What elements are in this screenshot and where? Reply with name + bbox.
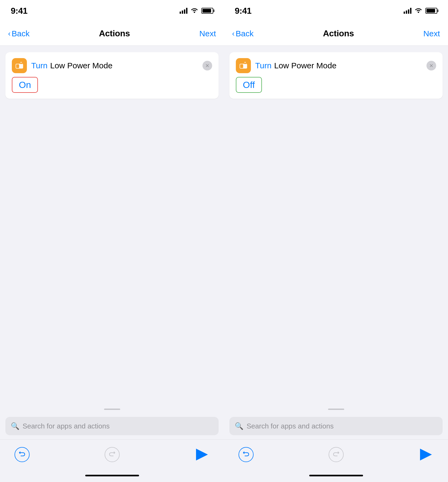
right-mode-label: Low Power Mode bbox=[274, 61, 337, 70]
right-phone-screen: 9:41 ‹ Back Actions Next bbox=[224, 0, 448, 482]
right-play-button[interactable] bbox=[417, 446, 435, 463]
right-battery-icon bbox=[425, 8, 437, 14]
left-search-icon: 🔍 bbox=[11, 422, 19, 430]
right-search-bar[interactable]: 🔍 Search for apps and actions bbox=[229, 417, 443, 435]
right-toolbar bbox=[224, 440, 448, 469]
left-redo-button[interactable] bbox=[104, 446, 121, 463]
right-home-bar bbox=[309, 475, 363, 476]
left-signal-icon bbox=[180, 8, 187, 14]
left-search-placeholder: Search for apps and actions bbox=[23, 422, 110, 430]
left-bottom-handle bbox=[104, 409, 120, 410]
left-redo-icon bbox=[105, 447, 120, 462]
left-back-button[interactable]: ‹ Back bbox=[8, 29, 30, 38]
left-mode-label: Low Power Mode bbox=[50, 61, 113, 70]
right-wifi-icon bbox=[415, 7, 422, 15]
left-undo-icon bbox=[15, 447, 30, 462]
left-search-area: 🔍 Search for apps and actions bbox=[0, 413, 224, 440]
svg-rect-1 bbox=[16, 64, 19, 68]
right-undo-button[interactable] bbox=[237, 446, 255, 463]
right-action-icon bbox=[236, 58, 251, 73]
right-redo-button[interactable] bbox=[328, 446, 345, 463]
svg-rect-6 bbox=[240, 64, 243, 68]
right-nav-title: Actions bbox=[323, 29, 354, 38]
left-search-bar[interactable]: 🔍 Search for apps and actions bbox=[5, 417, 219, 435]
left-nav-bar: ‹ Back Actions Next bbox=[0, 22, 224, 46]
left-back-label: Back bbox=[12, 29, 30, 38]
left-battery-icon bbox=[201, 8, 213, 14]
right-bottom-handle-area bbox=[224, 399, 448, 413]
left-play-icon bbox=[196, 449, 208, 460]
left-action-card-header: Turn Low Power Mode bbox=[12, 58, 212, 73]
right-signal-icon bbox=[404, 8, 411, 14]
right-redo-icon bbox=[329, 447, 344, 462]
right-search-icon: 🔍 bbox=[235, 422, 243, 430]
left-status-bar: 9:41 bbox=[0, 0, 224, 22]
left-status-time: 9:41 bbox=[11, 6, 27, 16]
right-back-button[interactable]: ‹ Back bbox=[232, 29, 254, 38]
left-dismiss-button[interactable] bbox=[202, 61, 212, 70]
left-toggle-on[interactable]: On bbox=[12, 77, 38, 93]
left-wifi-icon bbox=[191, 7, 198, 15]
right-status-icons bbox=[404, 7, 437, 15]
left-turn-label: Turn bbox=[31, 61, 48, 70]
right-next-button[interactable]: Next bbox=[423, 29, 440, 38]
right-action-card: Turn Low Power Mode Off bbox=[229, 52, 443, 99]
left-phone-screen: 9:41 ‹ Back Actions Next bbox=[0, 0, 224, 482]
left-action-card: Turn Low Power Mode On bbox=[5, 52, 219, 99]
left-content-area: Turn Low Power Mode On bbox=[0, 46, 224, 399]
right-home-indicator bbox=[224, 469, 448, 482]
left-nav-title: Actions bbox=[99, 29, 130, 38]
right-action-card-header: Turn Low Power Mode bbox=[236, 58, 436, 73]
right-back-label: Back bbox=[236, 29, 254, 38]
svg-rect-2 bbox=[20, 64, 23, 68]
right-toggle-off[interactable]: Off bbox=[236, 77, 262, 93]
left-action-icon bbox=[12, 58, 27, 73]
right-undo-icon bbox=[239, 447, 254, 462]
left-action-title: Turn Low Power Mode bbox=[31, 61, 198, 70]
svg-rect-4 bbox=[20, 63, 22, 64]
right-back-chevron-icon: ‹ bbox=[232, 29, 234, 38]
right-content-area: Turn Low Power Mode Off bbox=[224, 46, 448, 399]
right-action-title: Turn Low Power Mode bbox=[255, 61, 422, 70]
left-back-chevron-icon: ‹ bbox=[8, 29, 10, 38]
right-search-area: 🔍 Search for apps and actions bbox=[224, 413, 448, 440]
right-search-placeholder: Search for apps and actions bbox=[247, 422, 334, 430]
left-next-button[interactable]: Next bbox=[199, 29, 216, 38]
left-status-icons bbox=[180, 7, 213, 15]
left-bottom-handle-area bbox=[0, 399, 224, 413]
svg-rect-7 bbox=[244, 64, 247, 68]
right-status-time: 9:41 bbox=[235, 6, 251, 16]
right-bottom-handle bbox=[328, 409, 344, 410]
svg-rect-9 bbox=[244, 63, 246, 64]
right-toggle-button[interactable]: Off bbox=[236, 77, 436, 93]
right-turn-label: Turn bbox=[255, 61, 272, 70]
left-undo-button[interactable] bbox=[13, 446, 31, 463]
right-status-bar: 9:41 bbox=[224, 0, 448, 22]
left-play-button[interactable] bbox=[193, 446, 211, 463]
right-play-icon bbox=[420, 449, 432, 460]
left-toolbar bbox=[0, 440, 224, 469]
right-dismiss-button[interactable] bbox=[426, 61, 436, 70]
left-toggle-button[interactable]: On bbox=[12, 77, 212, 93]
right-nav-bar: ‹ Back Actions Next bbox=[224, 22, 448, 46]
left-home-indicator bbox=[0, 469, 224, 482]
left-home-bar bbox=[85, 475, 139, 476]
